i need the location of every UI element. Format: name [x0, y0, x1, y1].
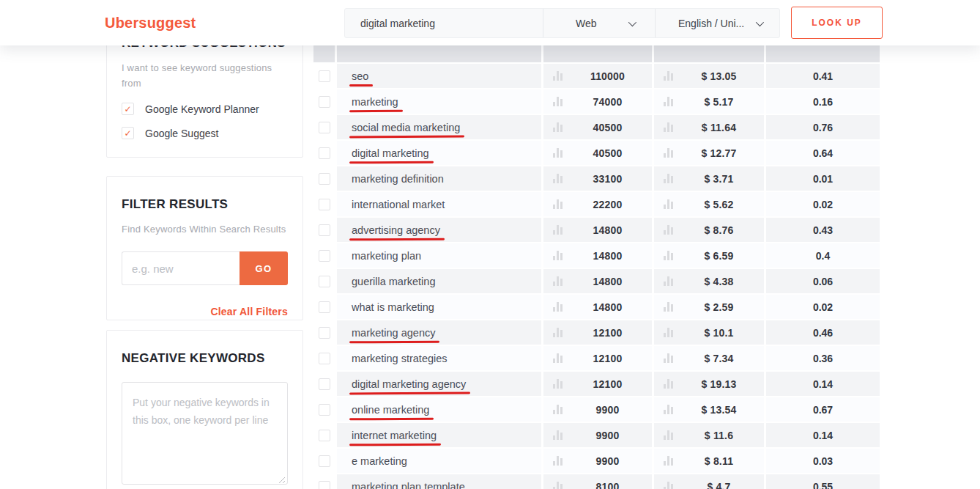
keyword-link[interactable]: internet marketing — [352, 430, 437, 441]
keyword-link[interactable]: e marketing — [352, 455, 407, 467]
source-google-suggest[interactable]: ✓ Google Suggest — [122, 127, 288, 139]
volume-trend-chart-icon[interactable] — [553, 276, 563, 287]
row-checkbox[interactable] — [319, 173, 330, 185]
search-volume-value: 12100 — [563, 353, 652, 364]
clear-all-filters-link[interactable]: Clear All Filters — [122, 306, 288, 317]
row-checkbox[interactable] — [319, 404, 330, 416]
cpc-trend-chart-icon[interactable] — [664, 96, 674, 107]
volume-trend-chart-icon[interactable] — [553, 147, 563, 158]
row-checkbox-cell — [313, 218, 335, 242]
keyword-link[interactable]: guerilla marketing — [352, 276, 435, 287]
volume-trend-chart-icon[interactable] — [553, 327, 563, 338]
volume-trend-chart-icon[interactable] — [553, 378, 563, 389]
volume-trend-chart-icon[interactable] — [553, 96, 563, 107]
keyword-link[interactable]: marketing strategies — [352, 353, 448, 364]
cpc-trend-chart-icon[interactable] — [664, 122, 674, 133]
row-checkbox[interactable] — [319, 378, 330, 390]
row-checkbox[interactable] — [319, 122, 330, 133]
row-checkbox[interactable] — [319, 70, 330, 82]
chevron-down-icon — [628, 18, 636, 26]
cpc-trend-chart-icon[interactable] — [664, 430, 674, 441]
go-button[interactable]: GO — [240, 251, 288, 285]
keyword-link[interactable]: digital marketing — [352, 147, 429, 159]
cpc-trend-chart-icon[interactable] — [664, 147, 674, 158]
volume-trend-chart-icon[interactable] — [553, 455, 563, 466]
panel-description: I want to see keyword suggestions from — [122, 60, 288, 91]
competition-cell: 0.67 — [766, 397, 880, 422]
keyword-link[interactable]: what is marketing — [352, 301, 434, 313]
keyword-text: seo — [352, 70, 368, 82]
cpc-trend-chart-icon[interactable] — [664, 199, 674, 210]
keyword-results-table: seo 110000 $ 13.05 0.41 marketing — [313, 45, 880, 489]
keyword-link[interactable]: marketing — [352, 96, 398, 108]
cpc-cell: $ 4.38 — [654, 269, 764, 293]
competition-value: 0.01 — [813, 173, 833, 185]
keyword-link[interactable]: marketing agency — [352, 327, 435, 339]
source-google-keyword-planner[interactable]: ✓ Google Keyword Planner — [122, 103, 288, 115]
row-checkbox[interactable] — [319, 199, 330, 210]
search-volume-value: 9900 — [563, 455, 652, 467]
cpc-trend-chart-icon[interactable] — [664, 276, 674, 287]
row-checkbox[interactable] — [319, 353, 330, 364]
volume-trend-chart-icon[interactable] — [553, 250, 563, 261]
volume-trend-chart-icon[interactable] — [553, 199, 563, 210]
cpc-trend-chart-icon[interactable] — [664, 70, 674, 81]
chevron-down-icon — [756, 18, 764, 26]
language-select[interactable]: English / Uni... — [656, 9, 779, 37]
keyword-link[interactable]: marketing plan — [352, 250, 421, 262]
volume-trend-chart-icon[interactable] — [553, 430, 563, 441]
cpc-trend-chart-icon[interactable] — [664, 173, 674, 184]
keyword-link[interactable]: marketing definition — [352, 173, 444, 185]
row-checkbox[interactable] — [319, 327, 330, 339]
cpc-trend-chart-icon[interactable] — [664, 455, 674, 466]
row-checkbox[interactable] — [319, 276, 330, 287]
cpc-trend-chart-icon[interactable] — [664, 327, 674, 338]
competition-cell: 0.14 — [766, 423, 880, 447]
cpc-trend-chart-icon[interactable] — [664, 301, 674, 312]
row-checkbox[interactable] — [319, 455, 330, 467]
top-navigation-bar: Ubersuggest digital marketing Web Englis… — [0, 0, 980, 45]
volume-trend-chart-icon[interactable] — [553, 122, 563, 133]
row-checkbox[interactable] — [319, 147, 330, 159]
keyword-search-input[interactable]: digital marketing — [345, 9, 543, 37]
row-checkbox[interactable] — [319, 250, 330, 262]
keyword-link[interactable]: online marketing — [352, 404, 429, 416]
checkbox-checked[interactable]: ✓ — [122, 127, 134, 139]
keyword-cell: e marketing — [337, 449, 541, 473]
keyword-link[interactable]: advertising agency — [352, 224, 440, 236]
volume-trend-chart-icon[interactable] — [553, 353, 563, 364]
row-checkbox[interactable] — [319, 430, 330, 441]
search-type-select[interactable]: Web — [543, 9, 655, 37]
filter-keyword-input[interactable] — [122, 251, 240, 285]
look-up-button[interactable]: LOOK UP — [791, 7, 883, 39]
keyword-link[interactable]: seo — [352, 70, 368, 82]
cpc-cell: $ 10.1 — [654, 320, 764, 345]
cpc-trend-chart-icon[interactable] — [664, 353, 674, 364]
cpc-trend-chart-icon[interactable] — [664, 481, 674, 489]
volume-trend-chart-icon[interactable] — [553, 70, 563, 81]
row-checkbox[interactable] — [319, 481, 330, 489]
keyword-link[interactable]: digital marketing agency — [352, 378, 466, 390]
volume-trend-chart-icon[interactable] — [553, 224, 563, 235]
row-checkbox-cell — [313, 372, 335, 396]
row-checkbox[interactable] — [319, 301, 330, 313]
keyword-link[interactable]: international market — [352, 199, 445, 210]
volume-cell: 33100 — [543, 166, 652, 191]
negative-keywords-textarea[interactable] — [122, 382, 288, 485]
volume-trend-chart-icon[interactable] — [553, 173, 563, 184]
volume-trend-chart-icon[interactable] — [553, 481, 563, 489]
keyword-link[interactable]: marketing plan template — [352, 481, 465, 489]
volume-trend-chart-icon[interactable] — [553, 301, 563, 312]
volume-trend-chart-icon[interactable] — [553, 404, 563, 415]
cpc-trend-chart-icon[interactable] — [664, 404, 674, 415]
row-checkbox[interactable] — [319, 224, 330, 236]
cpc-trend-chart-icon[interactable] — [664, 224, 674, 235]
volume-cell: 12100 — [543, 372, 652, 396]
row-checkbox[interactable] — [319, 96, 330, 108]
checkbox-checked[interactable]: ✓ — [122, 103, 134, 115]
keyword-cell: international market — [337, 192, 541, 216]
ubersuggest-logo[interactable]: Ubersuggest — [105, 15, 196, 32]
keyword-link[interactable]: social media marketing — [352, 122, 460, 133]
cpc-trend-chart-icon[interactable] — [664, 378, 674, 389]
cpc-trend-chart-icon[interactable] — [664, 250, 674, 261]
